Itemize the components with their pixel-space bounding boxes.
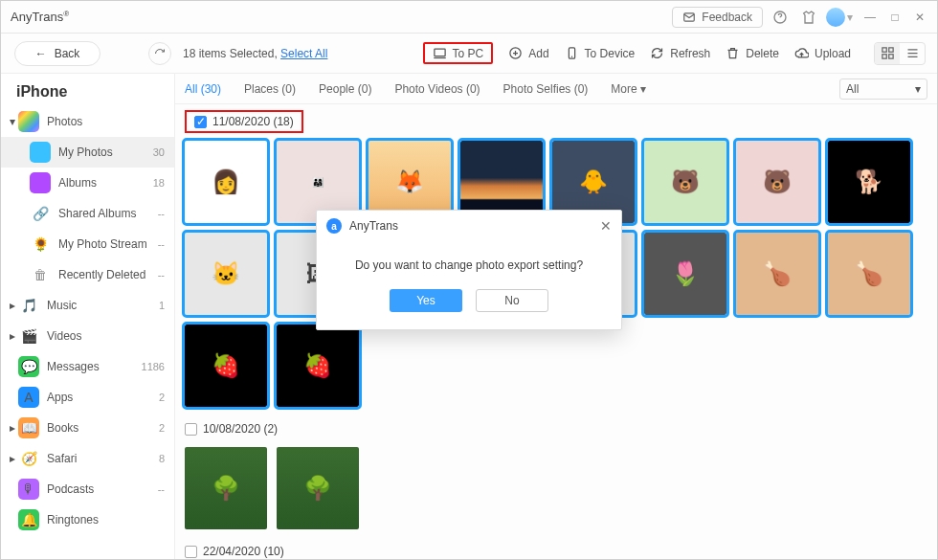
- sidebar-item-icon: 🔗: [30, 203, 51, 224]
- photo-thumbnail[interactable]: 🍗: [736, 233, 818, 315]
- sidebar-item-shared-albums[interactable]: 🔗 Shared Albums --: [1, 198, 174, 229]
- upload-button[interactable]: Upload: [794, 46, 851, 60]
- to-pc-button[interactable]: To PC: [423, 42, 494, 64]
- sidebar-item-count: 1: [159, 300, 165, 311]
- to-device-button[interactable]: To Device: [565, 46, 636, 60]
- tab[interactable]: All (30): [185, 82, 221, 96]
- photo-thumbnail[interactable]: 🐻: [644, 141, 726, 223]
- sidebar-item-icon: 📖: [18, 417, 39, 438]
- photo-thumbnail[interactable]: 🌷: [644, 233, 726, 315]
- photo-thumbnail[interactable]: 🐱: [185, 233, 267, 315]
- chevron-down-icon: ▾: [915, 82, 921, 96]
- sidebar-item-count: --: [158, 483, 165, 495]
- sidebar-item-recently-deleted[interactable]: 🗑 Recently Deleted --: [1, 259, 174, 290]
- photo-thumbnail[interactable]: 🍗: [828, 233, 910, 315]
- sidebar-item-music[interactable]: ▸ 🎵 Music 1: [1, 290, 174, 321]
- tab[interactable]: Photo Selfies (0): [503, 82, 589, 96]
- date-group-header[interactable]: 22/04/2020 (10): [185, 541, 927, 559]
- sidebar-item-books[interactable]: ▸ 📖 Books 2: [1, 413, 174, 443]
- tab[interactable]: More ▾: [611, 82, 646, 96]
- group-checkbox[interactable]: [185, 546, 197, 558]
- dialog-close-button[interactable]: ✕: [600, 218, 612, 234]
- upload-label: Upload: [815, 47, 851, 60]
- maximize-button[interactable]: □: [887, 11, 903, 24]
- minimize-button[interactable]: —: [862, 11, 878, 24]
- svg-rect-5: [882, 48, 885, 52]
- sidebar-item-count: 2: [159, 392, 165, 403]
- dialog-message: Do you want to change photo export setti…: [317, 241, 621, 281]
- tab[interactable]: Photo Videos (0): [394, 82, 480, 96]
- sidebar-item-my-photos[interactable]: My Photos 30: [1, 137, 174, 168]
- sidebar-item-apps[interactable]: A Apps 2: [1, 382, 174, 413]
- product-name: AnyTrans®: [11, 10, 69, 24]
- svg-rect-6: [888, 48, 892, 52]
- sidebar-item-safari[interactable]: ▸ 🧭 Safari 8: [1, 443, 174, 474]
- filter-value: All: [846, 82, 859, 96]
- sidebar-item-icon: A: [18, 387, 39, 408]
- delete-button[interactable]: Delete: [726, 46, 779, 60]
- date-group-header[interactable]: ✓11/08/2020 (18): [185, 110, 303, 133]
- group-title: 22/04/2020 (10): [203, 545, 284, 558]
- sidebar-item-label: Safari: [47, 452, 159, 465]
- sidebar-item-videos[interactable]: ▸ 🎬 Videos: [1, 321, 174, 351]
- photo-thumbnail[interactable]: 🍓: [277, 325, 359, 407]
- help-icon: [772, 10, 788, 25]
- feedback-button[interactable]: Feedback: [672, 7, 763, 28]
- reload-icon: [154, 48, 166, 59]
- sidebar-item-photos[interactable]: ▾ Photos: [1, 106, 174, 137]
- photo-scroll-area[interactable]: ✓11/08/2020 (18)👩👨‍👩‍👧🦊🐥🐻🐻🐕🐱🖼🌷🍗🍗🍓🍓10/08/…: [175, 104, 937, 559]
- photo-thumbnail[interactable]: 🍓: [185, 325, 267, 407]
- yes-button[interactable]: Yes: [390, 289, 462, 312]
- list-view-button[interactable]: [900, 43, 925, 64]
- grid-view-button[interactable]: [875, 43, 900, 64]
- sidebar-item-label: Apps: [47, 391, 159, 404]
- refresh-button[interactable]: Refresh: [650, 46, 710, 60]
- photo-thumbnail[interactable]: 🌳: [277, 447, 359, 529]
- sidebar-item-count: --: [158, 208, 165, 219]
- sidebar-item-label: Messages: [47, 360, 142, 373]
- sidebar-item-label: Photos: [47, 115, 165, 128]
- photo-thumbnail[interactable]: 🐕: [828, 141, 910, 223]
- sidebar-item-podcasts[interactable]: 🎙 Podcasts --: [1, 474, 174, 504]
- sidebar-item-count: 18: [153, 177, 165, 189]
- group-checkbox[interactable]: ✓: [194, 116, 207, 128]
- tab[interactable]: Places (0): [244, 82, 296, 96]
- sidebar-item-icon: 🎙: [18, 479, 39, 500]
- trademark-icon: ®: [63, 10, 69, 18]
- add-button[interactable]: Add: [508, 46, 548, 60]
- dialog-buttons: Yes No: [317, 281, 621, 329]
- photo-thumbnail[interactable]: 🌳: [185, 447, 267, 529]
- sidebar-item-label: Shared Albums: [58, 207, 158, 220]
- help-button[interactable]: [769, 6, 792, 29]
- user-avatar[interactable]: [826, 8, 845, 27]
- sidebar-item-ringtones[interactable]: 🔔 Ringtones: [1, 504, 174, 535]
- chevron-icon: ▸: [7, 452, 18, 465]
- sidebar-item-icon: 🧭: [18, 448, 39, 469]
- select-all-link[interactable]: Select All: [280, 47, 327, 60]
- close-button[interactable]: ✕: [912, 11, 927, 24]
- avatar-caret-icon[interactable]: ▾: [847, 11, 853, 24]
- sidebar-item-albums[interactable]: Albums 18: [1, 168, 174, 198]
- reload-button[interactable]: [148, 42, 171, 65]
- back-button[interactable]: ← Back: [14, 41, 100, 66]
- action-bar: ← Back 18 items Selected, Select All To …: [1, 34, 937, 74]
- no-button[interactable]: No: [476, 289, 548, 312]
- tab[interactable]: People (0): [319, 82, 371, 96]
- group-checkbox[interactable]: [185, 423, 197, 436]
- photo-thumbnail[interactable]: 👩: [185, 141, 267, 223]
- chevron-icon: ▸: [7, 421, 18, 435]
- back-label: Back: [55, 47, 80, 60]
- sidebar-item-photo-stream[interactable]: 🌻 My Photo Stream --: [1, 229, 174, 259]
- chevron-icon: ▸: [7, 329, 18, 343]
- filter-dropdown[interactable]: All ▾: [839, 78, 927, 100]
- sidebar-item-messages[interactable]: 💬 Messages 1186: [1, 351, 174, 382]
- gift-button[interactable]: [797, 6, 820, 29]
- product-name-text: AnyTrans: [11, 10, 63, 24]
- date-group-header[interactable]: 10/08/2020 (2): [185, 418, 927, 439]
- to-device-label: To Device: [585, 47, 636, 60]
- sidebar-item-label: Albums: [58, 176, 153, 190]
- title-bar: AnyTrans® Feedback ▾ — □ ✕: [1, 1, 937, 34]
- photo-thumbnail[interactable]: 🐻: [736, 141, 818, 223]
- thumbnail-grid: 🌳🌳: [185, 447, 927, 529]
- view-toggle: [874, 42, 926, 65]
